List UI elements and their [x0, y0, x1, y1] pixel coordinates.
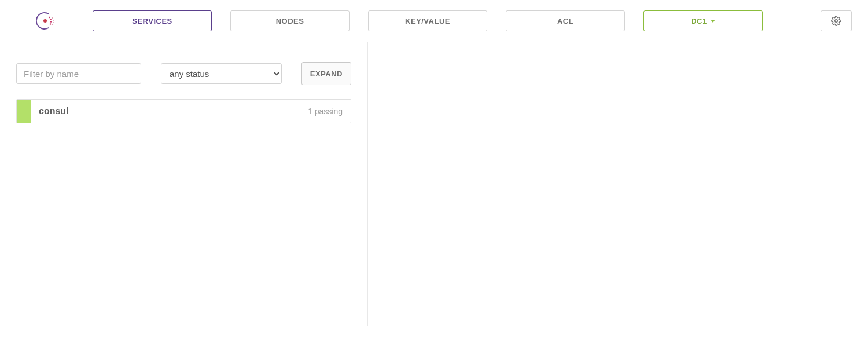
datacenter-selector[interactable]: DC1 — [643, 10, 763, 31]
tab-keyvalue[interactable]: KEY/VALUE — [368, 10, 487, 31]
tab-services-label: SERVICES — [132, 17, 172, 25]
nav-tabs: SERVICES NODES KEY/VALUE ACL DC1 — [93, 10, 802, 31]
svg-point-9 — [835, 20, 838, 23]
tab-services[interactable]: SERVICES — [93, 10, 212, 31]
filter-name-input[interactable] — [16, 63, 141, 84]
svg-point-5 — [52, 17, 53, 19]
gear-icon — [831, 16, 841, 26]
expand-button-label: EXPAND — [310, 70, 343, 78]
svg-point-1 — [49, 17, 50, 19]
tab-keyvalue-label: KEY/VALUE — [405, 17, 450, 25]
svg-point-0 — [43, 19, 47, 23]
svg-point-4 — [50, 23, 52, 25]
main-content: any status EXPAND consul 1 passing — [0, 42, 868, 326]
datacenter-label: DC1 — [691, 17, 707, 25]
svg-point-8 — [52, 24, 53, 25]
service-status-text: 1 passing — [308, 100, 351, 123]
tab-nodes[interactable]: NODES — [230, 10, 350, 31]
tab-acl-label: ACL — [557, 17, 573, 25]
tab-nodes-label: NODES — [276, 17, 304, 25]
svg-point-7 — [53, 22, 54, 23]
settings-button[interactable] — [821, 10, 852, 31]
expand-button[interactable]: EXPAND — [301, 62, 351, 85]
consul-logo-icon — [36, 12, 54, 30]
svg-point-6 — [53, 20, 54, 21]
top-navigation: SERVICES NODES KEY/VALUE ACL DC1 — [0, 0, 868, 42]
svg-point-3 — [50, 21, 52, 23]
services-panel: any status EXPAND consul 1 passing — [0, 42, 368, 326]
status-indicator — [17, 100, 31, 123]
service-row[interactable]: consul 1 passing — [16, 99, 351, 123]
svg-point-2 — [50, 19, 52, 20]
consul-logo[interactable] — [16, 12, 74, 30]
service-name: consul — [31, 100, 308, 123]
service-list: consul 1 passing — [16, 99, 351, 123]
chevron-down-icon — [711, 20, 715, 23]
filter-controls: any status EXPAND — [16, 62, 351, 85]
status-filter-select[interactable]: any status — [161, 63, 282, 84]
tab-acl[interactable]: ACL — [506, 10, 625, 31]
